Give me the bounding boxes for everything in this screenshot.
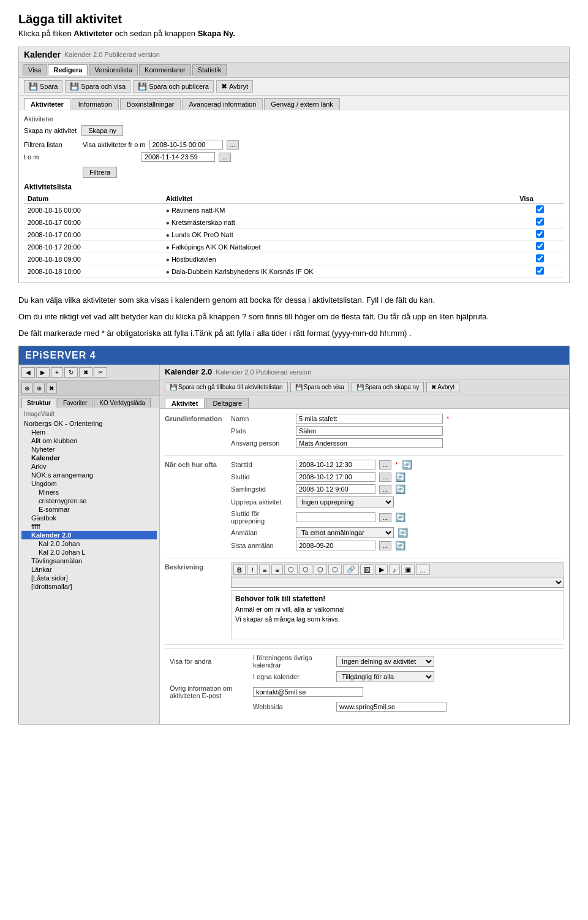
sidebar-tree-item[interactable]: Norbergs OK - Orientering [21,419,157,428]
sidebar-icon-2[interactable]: ⊕ [34,382,45,393]
editor-align-right-btn[interactable]: ⬡ [314,565,327,575]
editor-image-btn[interactable]: 🖼 [360,565,374,575]
samlingstid-refresh-icon[interactable]: 🔄 [395,484,405,494]
anmalan-select[interactable]: Ta emot anmälningar [296,527,394,538]
tab-statistik[interactable]: Statistik [192,64,227,75]
activity-visa-checkbox[interactable] [516,265,564,278]
eps-cancel-button[interactable]: ✖ Avbryt [426,382,459,392]
eps-tab-deltagare[interactable]: Deltagare [206,398,249,408]
sidebar-tree-item[interactable]: Allt om klubben [21,436,157,445]
editor-play-btn[interactable]: ▶ [375,565,388,575]
sidebar-tree-item[interactable]: Kalender 2.0 [21,531,157,539]
sidebar-tree-item[interactable]: Ungdom [21,479,157,488]
sluttid-input[interactable] [296,472,375,482]
eps-tab-aktivitet[interactable]: Aktivitet [165,398,205,408]
sidebar-refresh-btn[interactable]: ↻ [64,367,78,378]
sidebar-tree-item[interactable]: Kal 2.0 Johan L [21,548,157,557]
editor-align-justify-btn[interactable]: ⬡ [328,565,342,575]
sista-anmalan-dots-button[interactable]: ... [379,541,391,550]
eps-save-new-button[interactable]: 💾 Spara och skapa ny [352,382,424,392]
starttid-refresh-icon[interactable]: 🔄 [402,460,412,470]
samlingstid-input[interactable] [296,484,375,494]
eps-save-back-button[interactable]: 💾 Spara och gå tillbaka till aktivitetsl… [165,382,288,392]
sidebar-delete-btn[interactable]: ✖ [79,367,92,378]
sidebar-tab-struktur[interactable]: Struktur [21,398,56,408]
activity-visa-checkbox[interactable] [516,253,564,265]
epost-input[interactable] [253,687,363,697]
sluttid-upprepning-input[interactable] [296,512,375,522]
tab-versionslista[interactable]: Versionslista [89,64,138,75]
sidebar-add-btn[interactable]: + [51,367,63,378]
sidebar-icon-3[interactable]: ✖ [46,382,57,393]
editor-music-btn[interactable]: ♪ [389,565,400,575]
editor-table-btn[interactable]: ▣ [401,565,415,575]
sidebar-tree-item[interactable]: Kal 2.0 Johan [21,539,157,548]
sidebar-tree-item[interactable]: Gästbok [21,514,157,522]
starttid-input[interactable] [296,460,375,470]
save-button[interactable]: 💾 Spara [24,80,62,93]
sluttid-upprepning-refresh-icon[interactable]: 🔄 [395,512,405,522]
content-tab-genvag[interactable]: Genväg / extern länk [264,98,340,110]
tab-kommentarer[interactable]: Kommentarer [139,64,191,75]
save-publish-button[interactable]: 💾 Spara och publicera [133,80,214,93]
editor-italic-btn[interactable]: I [247,565,258,575]
sidebar-back-btn[interactable]: ◀ [21,367,35,378]
sidebar-tree-item[interactable]: Arkiv [21,462,157,471]
sidebar-tree-item[interactable]: Nyheter [21,445,157,454]
ansvarig-input[interactable] [296,438,443,448]
editor-area[interactable]: Behöver folk till stafetten! Anmäl er om… [231,590,564,639]
sidebar-tree-item[interactable]: fffff [21,522,157,531]
visa-andra-select[interactable]: Ingen delning av aktivitet [336,656,434,667]
webbsida-input[interactable] [336,702,447,712]
sista-anmalan-input[interactable] [296,541,375,550]
editor-more-btn[interactable]: … [416,565,430,575]
filter-button[interactable]: Filtrera [83,167,117,178]
samlingstid-dots-button[interactable]: ... [379,485,391,494]
egna-kalender-select[interactable]: Tillgänglig för alla [336,671,434,682]
sidebar-tree-item[interactable]: Miners [21,488,157,496]
filter-to-dots-button[interactable]: ... [219,153,231,162]
sidebar-tab-verktygslada[interactable]: KO Verktygslåda [94,398,150,408]
editor-link-btn[interactable]: 🔗 [343,565,359,575]
upprepa-select[interactable]: Ingen upprepning [296,496,394,508]
content-tab-boxinstallningar[interactable]: Boxinställningar [120,98,181,110]
sidebar-tree-item[interactable]: cristernygren.se [21,496,157,505]
sidebar-tree-item[interactable]: Kalender [21,454,157,462]
filter-from-input[interactable] [149,140,223,150]
filter-from-dots-button[interactable]: ... [227,140,239,150]
anmalan-refresh-icon[interactable]: 🔄 [398,528,408,538]
activity-visa-checkbox[interactable] [516,216,564,229]
tab-redigera[interactable]: Redigera [48,64,88,75]
editor-list-btn-1[interactable]: ≡ [259,565,270,575]
sidebar-tree-item[interactable]: E-sommar [21,505,157,514]
create-new-button[interactable]: Skapa ny [81,125,123,136]
eps-save-view-button[interactable]: 💾 Spara och visa [290,382,349,392]
sidebar-forward-btn[interactable]: ▶ [36,367,50,378]
sluttid-refresh-icon[interactable]: 🔄 [395,472,405,482]
sidebar-icon-1[interactable]: ⊕ [21,382,32,393]
sidebar-tab-favoriter[interactable]: Favoriter [58,398,92,408]
sidebar-cut-btn[interactable]: ✂ [94,367,107,378]
editor-align-center-btn[interactable]: ⬡ [299,565,312,575]
cancel-button[interactable]: ✖ Avbryt [216,80,253,93]
content-tab-information[interactable]: Information [72,98,119,110]
sista-anmalan-refresh-icon[interactable]: 🔄 [395,541,405,550]
starttid-dots-button[interactable]: ... [379,460,391,470]
sidebar-tree-item[interactable]: Tävlingsanmälan [21,557,157,565]
sidebar-tree-item[interactable]: Länkar [21,565,157,574]
editor-list-btn-2[interactable]: ≡ [271,565,282,575]
editor-style-select[interactable] [231,577,564,588]
content-tab-aktiviteter[interactable]: Aktiviteter [24,98,70,110]
sidebar-tree-item[interactable]: [Låsta sidor] [21,574,157,582]
sidebar-tree-item[interactable]: NOK:s arrangemang [21,471,157,479]
sidebar-tree-item[interactable]: Hem [21,428,157,436]
tab-visa[interactable]: Visa [23,64,47,75]
save-view-button[interactable]: 💾 Spara och visa [65,80,130,93]
imagevault-item[interactable]: ImageVault [21,410,157,418]
activity-visa-checkbox[interactable] [516,241,564,253]
editor-align-left-btn[interactable]: ⬡ [284,565,298,575]
activity-visa-checkbox[interactable] [516,204,564,216]
sluttid-dots-button[interactable]: ... [379,473,391,482]
editor-bold-btn[interactable]: B [233,565,246,575]
sluttid-upprepning-dots-button[interactable]: ... [379,513,391,522]
